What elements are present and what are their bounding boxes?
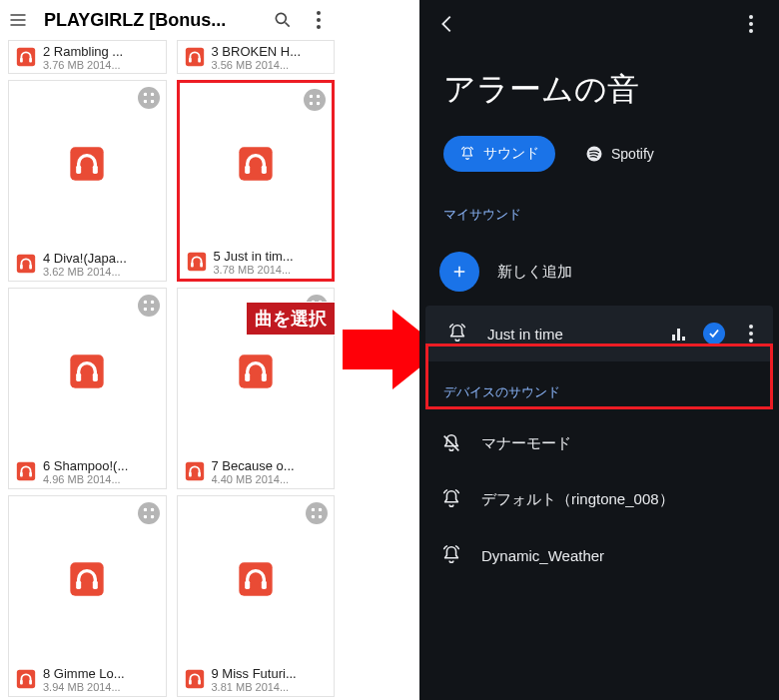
headphones-icon bbox=[15, 253, 37, 275]
add-new-label: 新しく追加 bbox=[497, 263, 759, 282]
bell-icon bbox=[439, 487, 463, 511]
file-tile[interactable]: 2 Rambling ... 3.76 MB 2014... bbox=[8, 40, 167, 74]
headphones-icon bbox=[15, 460, 37, 482]
chip-label: Spotify bbox=[611, 146, 654, 162]
headphones-icon bbox=[236, 144, 276, 184]
headphones-icon bbox=[236, 559, 276, 599]
headphones-icon bbox=[15, 46, 37, 68]
annotation-select-song: 曲を選択 bbox=[246, 302, 336, 336]
file-tile[interactable]: 6 Shampoo!(... 4.96 MB 2014... bbox=[8, 288, 167, 489]
section-my-sounds: マイサウンド bbox=[419, 196, 779, 238]
sound-row-dynamic[interactable]: Dynamic_Weather bbox=[419, 527, 779, 583]
file-name: 6 Shampoo!(... bbox=[43, 458, 160, 473]
bell-icon bbox=[459, 146, 475, 162]
file-browser-header: PLAYGIRLZ [Bonus... bbox=[0, 0, 343, 40]
file-info: 4.40 MB 2014... bbox=[212, 473, 329, 485]
check-icon bbox=[703, 323, 725, 345]
back-icon[interactable] bbox=[427, 4, 467, 44]
svg-point-4 bbox=[276, 13, 286, 23]
file-info: 3.76 MB 2014... bbox=[43, 59, 160, 71]
file-name: 7 Because o... bbox=[212, 458, 329, 473]
headphones-icon bbox=[184, 668, 206, 690]
alarm-header bbox=[419, 0, 779, 48]
file-name: 3 BROKEN H... bbox=[212, 44, 329, 59]
file-info: 3.78 MB 2014... bbox=[214, 264, 327, 276]
file-name: 8 Gimme Lo... bbox=[43, 666, 160, 681]
bell-icon bbox=[439, 543, 463, 567]
equalizer-icon bbox=[672, 327, 685, 341]
fullscreen-icon[interactable] bbox=[306, 502, 328, 524]
row-more-icon[interactable] bbox=[749, 325, 753, 343]
spotify-icon bbox=[585, 145, 603, 163]
sound-label: マナーモード bbox=[481, 434, 759, 453]
fullscreen-icon[interactable] bbox=[304, 89, 326, 111]
search-icon[interactable] bbox=[265, 2, 301, 38]
folder-title: PLAYGIRLZ [Bonus... bbox=[30, 10, 265, 31]
source-chips: サウンド Spotify bbox=[419, 136, 779, 196]
bell-icon bbox=[445, 322, 469, 346]
sound-label: Dynamic_Weather bbox=[481, 547, 759, 564]
headphones-icon bbox=[186, 251, 208, 273]
headphones-icon bbox=[67, 351, 107, 391]
fullscreen-icon[interactable] bbox=[138, 87, 160, 109]
selected-sound-name: Just in time bbox=[487, 326, 654, 343]
sound-row-silent[interactable]: マナーモード bbox=[419, 415, 779, 471]
headphones-icon bbox=[184, 46, 206, 68]
file-info: 4.96 MB 2014... bbox=[43, 473, 160, 485]
selected-sound-row[interactable]: Just in time bbox=[425, 306, 773, 361]
file-info: 3.81 MB 2014... bbox=[212, 681, 329, 693]
fullscreen-icon[interactable] bbox=[138, 502, 160, 524]
file-browser-pane: PLAYGIRLZ [Bonus... 2 Rambling ... 3.76 … bbox=[0, 0, 343, 700]
section-device-sounds: デバイスのサウンド bbox=[419, 373, 779, 415]
file-tile[interactable]: 8 Gimme Lo... 3.94 MB 2014... bbox=[8, 495, 167, 697]
file-tile[interactable]: 4 Diva!(Japa... 3.62 MB 2014... bbox=[8, 80, 167, 282]
file-info: 3.56 MB 2014... bbox=[212, 59, 329, 71]
headphones-icon bbox=[184, 460, 206, 482]
sound-row-default[interactable]: デフォルト（ringtone_008） bbox=[419, 471, 779, 527]
chip-label: サウンド bbox=[483, 145, 539, 163]
file-tile[interactable]: 3 BROKEN H... 3.56 MB 2014... bbox=[177, 40, 336, 74]
add-new-sound[interactable]: 新しく追加 bbox=[419, 238, 779, 306]
page-title: アラームの音 bbox=[419, 48, 779, 136]
file-tile[interactable]: 9 Miss Futuri... 3.81 MB 2014... bbox=[177, 495, 336, 697]
more-icon[interactable] bbox=[301, 2, 337, 38]
file-name: 2 Rambling ... bbox=[43, 44, 160, 59]
chip-spotify[interactable]: Spotify bbox=[569, 136, 670, 172]
file-name: 4 Diva!(Japa... bbox=[43, 251, 160, 266]
headphones-icon bbox=[67, 559, 107, 599]
headphones-icon bbox=[15, 668, 37, 690]
file-grid: 2 Rambling ... 3.76 MB 2014... 3 BROKEN … bbox=[0, 40, 343, 697]
bell-off-icon bbox=[439, 431, 463, 455]
file-tile-selected[interactable]: 5 Just in tim... 3.78 MB 2014... bbox=[177, 80, 336, 282]
menu-icon[interactable] bbox=[6, 8, 30, 32]
chip-sound[interactable]: サウンド bbox=[443, 136, 555, 172]
more-icon[interactable] bbox=[731, 4, 771, 44]
sound-label: デフォルト（ringtone_008） bbox=[481, 490, 759, 509]
file-name: 9 Miss Futuri... bbox=[212, 666, 329, 681]
fullscreen-icon[interactable] bbox=[138, 295, 160, 317]
svg-line-5 bbox=[286, 23, 290, 27]
alarm-sound-pane: アラームの音 サウンド Spotify マイサウンド 新しく追加 Just in… bbox=[419, 0, 779, 700]
file-info: 3.62 MB 2014... bbox=[43, 266, 160, 278]
file-name: 5 Just in tim... bbox=[214, 249, 327, 264]
plus-icon bbox=[439, 252, 479, 292]
headphones-icon bbox=[67, 144, 107, 184]
headphones-icon bbox=[236, 351, 276, 391]
file-info: 3.94 MB 2014... bbox=[43, 681, 160, 693]
